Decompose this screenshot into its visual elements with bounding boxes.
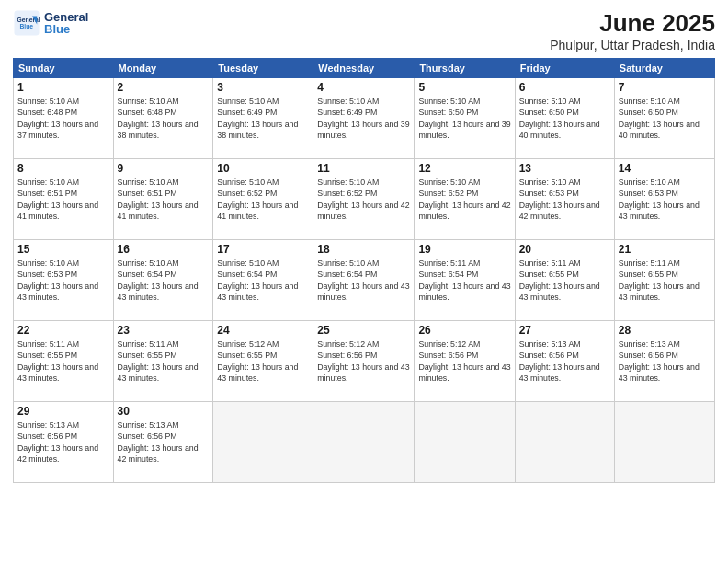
logo-icon: General Blue	[13, 9, 40, 37]
col-saturday: Saturday	[614, 59, 714, 78]
table-row: 22 Sunrise: 5:11 AMSunset: 6:55 PMDaylig…	[14, 321, 715, 402]
list-item: 25 Sunrise: 5:12 AMSunset: 6:56 PMDaylig…	[313, 321, 415, 402]
list-item: 24 Sunrise: 5:12 AMSunset: 6:55 PMDaylig…	[213, 321, 313, 402]
list-item: 30 Sunrise: 5:13 AMSunset: 6:56 PMDaylig…	[113, 402, 213, 483]
col-thursday: Thursday	[415, 59, 515, 78]
calendar-header-row: Sunday Monday Tuesday Wednesday Thursday…	[14, 59, 715, 78]
header: General Blue General Blue June 2025 Phul…	[13, 9, 715, 52]
list-item: 4 Sunrise: 5:10 AMSunset: 6:49 PMDayligh…	[313, 78, 415, 159]
subtitle: Phulpur, Uttar Pradesh, India	[550, 38, 715, 52]
empty-cell	[213, 402, 313, 483]
table-row: 1 Sunrise: 5:10 AMSunset: 6:48 PMDayligh…	[14, 78, 715, 159]
calendar: Sunday Monday Tuesday Wednesday Thursday…	[13, 58, 715, 483]
empty-cell	[313, 402, 415, 483]
list-item: 22 Sunrise: 5:11 AMSunset: 6:55 PMDaylig…	[14, 321, 114, 402]
logo: General Blue General Blue	[13, 9, 88, 37]
list-item: 20 Sunrise: 5:11 AMSunset: 6:55 PMDaylig…	[515, 240, 614, 321]
list-item: 9 Sunrise: 5:10 AMSunset: 6:51 PMDayligh…	[113, 159, 213, 240]
main-title: June 2025	[550, 9, 715, 38]
list-item: 14 Sunrise: 5:10 AMSunset: 6:53 PMDaylig…	[614, 159, 714, 240]
list-item: 8 Sunrise: 5:10 AMSunset: 6:51 PMDayligh…	[14, 159, 114, 240]
col-monday: Monday	[113, 59, 213, 78]
table-row: 8 Sunrise: 5:10 AMSunset: 6:51 PMDayligh…	[14, 159, 715, 240]
col-wednesday: Wednesday	[313, 59, 415, 78]
list-item: 26 Sunrise: 5:12 AMSunset: 6:56 PMDaylig…	[415, 321, 515, 402]
list-item: 12 Sunrise: 5:10 AMSunset: 6:52 PMDaylig…	[415, 159, 515, 240]
list-item: 29 Sunrise: 5:13 AMSunset: 6:56 PMDaylig…	[14, 402, 114, 483]
svg-text:Blue: Blue	[20, 23, 34, 29]
list-item: 19 Sunrise: 5:11 AMSunset: 6:54 PMDaylig…	[415, 240, 515, 321]
list-item: 28 Sunrise: 5:13 AMSunset: 6:56 PMDaylig…	[614, 321, 714, 402]
empty-cell	[614, 402, 714, 483]
list-item: 16 Sunrise: 5:10 AMSunset: 6:54 PMDaylig…	[113, 240, 213, 321]
list-item: 3 Sunrise: 5:10 AMSunset: 6:49 PMDayligh…	[213, 78, 313, 159]
col-tuesday: Tuesday	[213, 59, 313, 78]
list-item: 1 Sunrise: 5:10 AMSunset: 6:48 PMDayligh…	[14, 78, 114, 159]
logo-text: General Blue	[44, 10, 88, 36]
list-item: 6 Sunrise: 5:10 AMSunset: 6:50 PMDayligh…	[515, 78, 614, 159]
list-item: 15 Sunrise: 5:10 AMSunset: 6:53 PMDaylig…	[14, 240, 114, 321]
list-item: 27 Sunrise: 5:13 AMSunset: 6:56 PMDaylig…	[515, 321, 614, 402]
list-item: 23 Sunrise: 5:11 AMSunset: 6:55 PMDaylig…	[113, 321, 213, 402]
list-item: 21 Sunrise: 5:11 AMSunset: 6:55 PMDaylig…	[614, 240, 714, 321]
list-item: 17 Sunrise: 5:10 AMSunset: 6:54 PMDaylig…	[213, 240, 313, 321]
table-row: 15 Sunrise: 5:10 AMSunset: 6:53 PMDaylig…	[14, 240, 715, 321]
empty-cell	[415, 402, 515, 483]
list-item: 2 Sunrise: 5:10 AMSunset: 6:48 PMDayligh…	[113, 78, 213, 159]
table-row: 29 Sunrise: 5:13 AMSunset: 6:56 PMDaylig…	[14, 402, 715, 483]
list-item: 10 Sunrise: 5:10 AMSunset: 6:52 PMDaylig…	[213, 159, 313, 240]
list-item: 18 Sunrise: 5:10 AMSunset: 6:54 PMDaylig…	[313, 240, 415, 321]
page: General Blue General Blue June 2025 Phul…	[0, 0, 728, 563]
col-friday: Friday	[515, 59, 614, 78]
title-block: June 2025 Phulpur, Uttar Pradesh, India	[550, 9, 715, 52]
list-item: 7 Sunrise: 5:10 AMSunset: 6:50 PMDayligh…	[614, 78, 714, 159]
list-item: 11 Sunrise: 5:10 AMSunset: 6:52 PMDaylig…	[313, 159, 415, 240]
list-item: 5 Sunrise: 5:10 AMSunset: 6:50 PMDayligh…	[415, 78, 515, 159]
list-item: 13 Sunrise: 5:10 AMSunset: 6:53 PMDaylig…	[515, 159, 614, 240]
empty-cell	[515, 402, 614, 483]
col-sunday: Sunday	[14, 59, 114, 78]
